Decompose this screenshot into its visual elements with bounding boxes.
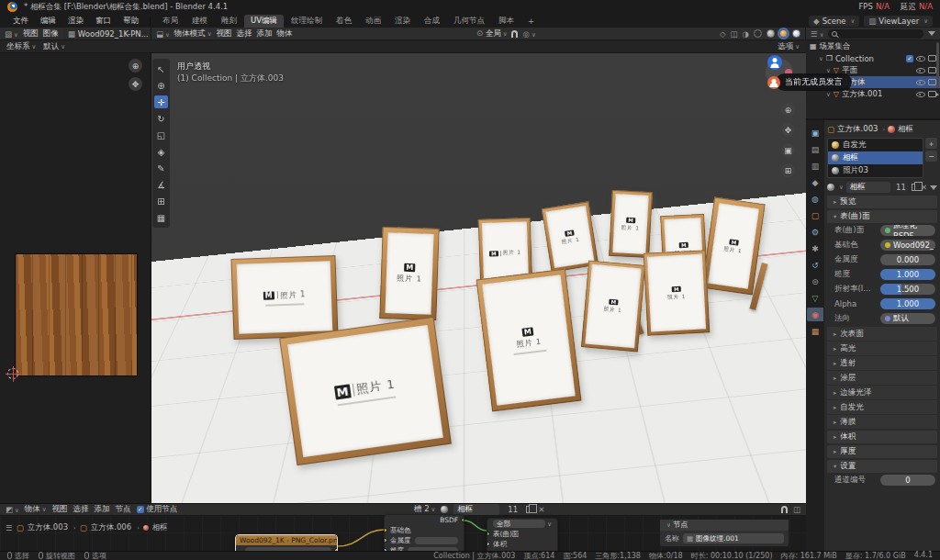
add-workspace-button[interactable]: + [521,16,541,27]
hide-eye-icon[interactable] [916,78,925,86]
color-output-socket[interactable] [334,548,338,551]
surface-input-socket[interactable] [487,532,490,536]
editor-type-icon[interactable]: ⬓∨ [156,29,170,39]
remove-material-slot-button[interactable]: − [925,151,937,162]
orientation-dropdown[interactable]: 坐标系∨ [6,41,36,52]
volume-panel-header[interactable]: ▸体积 [827,431,937,443]
picture-frame-object[interactable]: M照片 1 [609,190,653,258]
tab-geometry-nodes[interactable]: 几何节点 [447,15,491,28]
node-menu-view[interactable]: 视图 [52,504,68,515]
menu-help[interactable]: 帮助 [118,15,144,28]
thickness-panel-header[interactable]: ▸厚度 [827,445,937,458]
use-nodes-checkbox[interactable]: ✓ 使用节点 [137,504,178,515]
alpha-slider[interactable]: 1.000 [880,298,935,309]
base-color-texture-field[interactable]: Wood092_1… [880,240,935,251]
picture-frame-object[interactable]: M照片 1 [476,269,582,412]
zoom-icon[interactable]: ⊕ [781,103,795,117]
editor-type-icon[interactable]: ▨∨ [5,29,18,39]
overlays-toggle-icon[interactable]: ◫ [731,29,738,39]
xray-toggle-icon[interactable]: ◑ [743,29,749,39]
tab-animation[interactable]: 动画 [359,15,387,28]
user-avatar-icon[interactable] [767,76,780,89]
material-slot-list[interactable]: 自发光 相框 照片03 [827,138,923,178]
physics-tab[interactable]: ↺ [807,258,823,272]
pan-hand-icon[interactable]: ✥ [129,77,142,91]
render-camera-icon[interactable] [928,79,936,85]
coat-panel-header[interactable]: ▸涂层 [827,371,937,385]
add-menu[interactable]: 添加 [257,28,273,39]
node-menu-add[interactable]: 添加 [95,504,110,515]
scene-selector[interactable]: ◆Scene∨ [809,16,859,27]
preset-dropdown[interactable]: 默认∨ [43,41,65,52]
normal-dropdown[interactable]: 默认 [880,313,935,324]
shading-wireframe-icon[interactable] [754,29,762,38]
menu-edit[interactable]: 编辑 [35,15,62,28]
3d-viewport[interactable]: M照片 1 M照片 1 M照片 1 M照片 1 M照片 1 M照片 1 M照片 … [151,53,806,503]
picture-frame-object[interactable]: M照片 1 [279,317,452,465]
rotate-tool-icon[interactable]: ↻ [154,112,168,125]
image-texture-node[interactable]: Wood092_1K - PNG_Color.png [235,534,338,551]
picture-frame-object[interactable]: M照片 1 [643,250,711,335]
copy-icon[interactable] [526,506,532,513]
tab-layout[interactable]: 布局 [156,15,185,28]
image-menu-image[interactable]: 图像 [43,28,59,39]
scene-tab[interactable]: ◆ [807,175,823,189]
roughness-input-socket[interactable] [384,548,387,551]
material-name-field[interactable]: 相框 [846,182,890,193]
slot-frame[interactable]: 相框 [828,151,923,164]
shader-dropdown[interactable]: 原理化BSDF [880,225,935,236]
object-menu[interactable]: 物体 [277,28,293,39]
gizmo-toggle-icon[interactable]: ◇ [720,29,726,39]
tab-rendering[interactable]: 渲染 [388,15,417,28]
outliner-row-scene-collection[interactable]: ▦场景集合 [806,40,940,52]
users-count-badge[interactable]: 11 [505,504,520,515]
hide-eye-icon[interactable] [916,54,925,62]
texture-tab[interactable]: ▦ [807,324,823,338]
transmission-panel-header[interactable]: ▸透射 [827,356,937,370]
picture-frame-object[interactable]: M照片 1 [379,227,439,320]
menu-window[interactable]: 窗口 [90,15,117,28]
image-menu-view[interactable]: 视图 [23,28,39,39]
principled-bsdf-node[interactable]: BSDF 基础色 金属度 糙度 [384,514,464,551]
shading-rendered-icon[interactable] [792,29,800,38]
image-datablock[interactable]: ▦Wood092_1K-PN...✕ [63,28,151,39]
menu-render[interactable]: 渲染 [62,15,89,28]
settings-panel-header[interactable]: ▾设置 [827,460,937,473]
add-cube-tool-icon[interactable]: ⊞ [154,195,168,207]
transform-orientation[interactable]: ⊙ 全局∨ [476,28,508,39]
snap-magnet-icon[interactable] [511,30,518,38]
exclude-checkbox[interactable]: ✓ [906,55,913,62]
picture-frame-object[interactable]: M照片 1 [581,260,645,352]
filter-icon[interactable] [928,31,935,36]
sheen-panel-header[interactable]: ▸边缘光泽 [827,386,937,399]
users-count-badge[interactable]: 11 [893,182,909,193]
emission-panel-header[interactable]: ▸自发光 [827,400,937,414]
shading-solid-icon[interactable] [767,29,775,38]
shader-type-dropdown[interactable]: 物体∨ [25,504,47,515]
specular-panel-header[interactable]: ▸高光 [827,342,937,355]
world-tab[interactable]: ◍ [807,192,823,206]
preview-panel-header[interactable]: ▸预览 [827,196,937,208]
unlink-icon[interactable]: ✕ [538,505,544,514]
annotate-tool-icon[interactable]: ✎ [154,162,168,174]
camera-view-icon[interactable]: ▣ [781,143,795,157]
viewlayer-selector[interactable]: ▥ViewLayer∨ [864,16,933,27]
tab-scripting[interactable]: 脚本 [492,15,520,28]
metallic-input-socket[interactable] [384,538,387,543]
editor-type-icon[interactable]: ◩∨ [6,505,19,514]
metallic-slider[interactable]: 0.000 [880,254,935,265]
measure-tool-icon[interactable]: ∡ [154,178,168,191]
material-output-node[interactable]: 全部∨ 表(曲)面 体积 置换 [487,518,558,551]
snap-magnet-icon[interactable] [781,506,788,513]
zoom-icon[interactable]: ⊕ [129,59,142,73]
tab-modeling[interactable]: 建模 [185,15,214,28]
bsdf-output-socket[interactable] [461,518,464,522]
proportional-edit-icon[interactable]: ◎∨ [522,29,535,39]
subsurface-panel-header[interactable]: ▸次表面 [827,327,937,341]
pass-index-field[interactable]: 0 [880,475,935,486]
overlays-toggle-icon[interactable]: ◫ [793,505,800,514]
filter-icon[interactable] [930,185,937,190]
slot-emission[interactable]: 自发光 [828,139,923,151]
node-sidebar-panel[interactable]: ∨ 节点 名称 ▦图像纹理.001 [659,519,789,547]
slot-photo03[interactable]: 照片03 [828,164,923,177]
